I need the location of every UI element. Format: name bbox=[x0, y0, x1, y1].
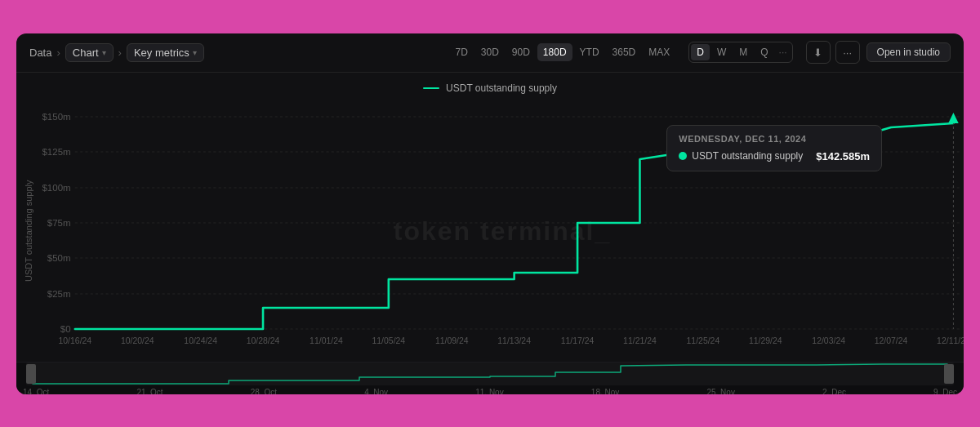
legend-color bbox=[423, 87, 439, 89]
time-btn-ytd[interactable]: YTD bbox=[574, 43, 605, 61]
y-axis-label: USDT outstanding supply bbox=[16, 100, 41, 362]
svg-text:$50m: $50m bbox=[47, 253, 71, 263]
svg-text:11/25/24: 11/25/24 bbox=[687, 336, 720, 345]
granularity-dots: ··· bbox=[776, 47, 791, 58]
time-filters: 7D 30D 90D 180D YTD 365D MAX bbox=[449, 43, 675, 61]
chevron-down-icon2: ▾ bbox=[193, 48, 197, 57]
breadcrumb-root: Data bbox=[29, 47, 51, 59]
svg-text:12/03/24: 12/03/24 bbox=[812, 336, 845, 345]
chart-area: USDT outstanding supply USDT outstanding… bbox=[16, 73, 964, 394]
gran-btn-q[interactable]: Q bbox=[755, 44, 773, 60]
time-btn-90d[interactable]: 90D bbox=[506, 43, 536, 61]
chart-inner: token terminal_ $150m $125m bbox=[41, 100, 964, 362]
svg-text:11/01/24: 11/01/24 bbox=[310, 336, 343, 345]
tooltip-date: WEDNESDAY, DEC 11, 2024 bbox=[679, 134, 870, 144]
metrics-dropdown[interactable]: Key metrics ▾ bbox=[127, 43, 204, 62]
svg-text:$75m: $75m bbox=[47, 218, 71, 228]
svg-text:10/28/24: 10/28/24 bbox=[247, 336, 280, 345]
svg-text:$100m: $100m bbox=[42, 183, 70, 193]
time-btn-max[interactable]: MAX bbox=[643, 43, 675, 61]
mini-label-nov18: 18. Nov bbox=[591, 388, 619, 394]
mini-label-dec2: 2. Dec bbox=[822, 388, 846, 394]
time-btn-7d[interactable]: 7D bbox=[449, 43, 473, 61]
tooltip: WEDNESDAY, DEC 11, 2024 USDT outstanding… bbox=[666, 125, 882, 171]
chart-main: USDT outstanding supply token terminal_ bbox=[16, 100, 964, 362]
svg-text:11/09/24: 11/09/24 bbox=[435, 336, 469, 345]
time-btn-365d[interactable]: 365D bbox=[607, 43, 642, 61]
breadcrumb-sep2: › bbox=[118, 47, 122, 59]
mini-label-nov4: 4. Nov bbox=[364, 388, 388, 394]
svg-text:11/05/24: 11/05/24 bbox=[372, 336, 406, 345]
chart-dropdown[interactable]: Chart ▾ bbox=[65, 43, 114, 62]
gran-btn-d[interactable]: D bbox=[691, 44, 710, 60]
svg-text:12/11/24: 12/11/24 bbox=[937, 336, 964, 345]
mini-label-nov11: 11. Nov bbox=[475, 388, 503, 394]
chevron-down-icon: ▾ bbox=[102, 48, 106, 57]
svg-text:10/16/24: 10/16/24 bbox=[59, 336, 92, 345]
svg-text:11/21/24: 11/21/24 bbox=[623, 336, 657, 345]
svg-text:$125m: $125m bbox=[42, 147, 70, 157]
mini-label-oct21: 21. Oct bbox=[136, 388, 163, 394]
breadcrumb: Data › Chart ▾ › Key metrics ▾ bbox=[29, 43, 204, 62]
svg-text:10/24/24: 10/24/24 bbox=[184, 336, 217, 345]
chart-svg-wrap: token terminal_ $150m $125m bbox=[41, 100, 964, 362]
mini-label-dec9: 9. Dec bbox=[933, 388, 957, 394]
svg-text:$0: $0 bbox=[60, 324, 71, 334]
breadcrumb-sep1: › bbox=[56, 47, 60, 59]
svg-text:11/13/24: 11/13/24 bbox=[497, 336, 531, 345]
granularity-filters: D W M Q ··· bbox=[688, 42, 792, 63]
svg-text:$25m: $25m bbox=[47, 289, 71, 299]
svg-text:$150m: $150m bbox=[42, 112, 70, 122]
open-studio-button[interactable]: Open in studio bbox=[866, 42, 951, 62]
legend-label: USDT outstanding supply bbox=[446, 82, 557, 94]
tooltip-row: USDT outstanding supply $142.585m bbox=[679, 150, 870, 162]
tooltip-value: $142.585m bbox=[816, 150, 870, 162]
svg-text:11/29/24: 11/29/24 bbox=[749, 336, 782, 345]
mini-label-oct28: 28. Oct bbox=[251, 388, 277, 394]
tooltip-dot bbox=[679, 152, 687, 160]
mini-labels: 14. Oct 21. Oct 28. Oct 4. Nov 11. Nov 1… bbox=[16, 385, 964, 394]
gran-btn-w[interactable]: W bbox=[711, 44, 732, 60]
mini-label-oct14: 14. Oct bbox=[23, 388, 49, 394]
toolbar: Data › Chart ▾ › Key metrics ▾ 7D 30D 90… bbox=[16, 33, 964, 73]
svg-rect-33 bbox=[26, 363, 954, 385]
download-button[interactable]: ⬇ bbox=[806, 41, 831, 64]
tooltip-label: USDT outstanding supply bbox=[692, 150, 803, 162]
svg-marker-15 bbox=[948, 113, 959, 123]
gran-btn-m[interactable]: M bbox=[733, 44, 753, 60]
svg-text:10/20/24: 10/20/24 bbox=[121, 336, 154, 345]
mini-chart: 14. Oct 21. Oct 28. Oct 4. Nov 11. Nov 1… bbox=[16, 362, 964, 394]
svg-text:11/17/24: 11/17/24 bbox=[561, 336, 595, 345]
time-btn-180d[interactable]: 180D bbox=[537, 43, 572, 61]
svg-text:12/07/24: 12/07/24 bbox=[875, 336, 908, 345]
tooltip-label-wrap: USDT outstanding supply bbox=[679, 150, 803, 162]
more-options-button[interactable]: ··· bbox=[835, 41, 860, 64]
chart-legend: USDT outstanding supply bbox=[16, 82, 964, 94]
chart-container: Data › Chart ▾ › Key metrics ▾ 7D 30D 90… bbox=[16, 33, 964, 394]
mini-label-nov25: 25. Nov bbox=[706, 388, 734, 394]
time-btn-30d[interactable]: 30D bbox=[475, 43, 505, 61]
toolbar-icons: ⬇ ··· bbox=[806, 41, 860, 64]
mini-chart-svg bbox=[16, 363, 964, 385]
